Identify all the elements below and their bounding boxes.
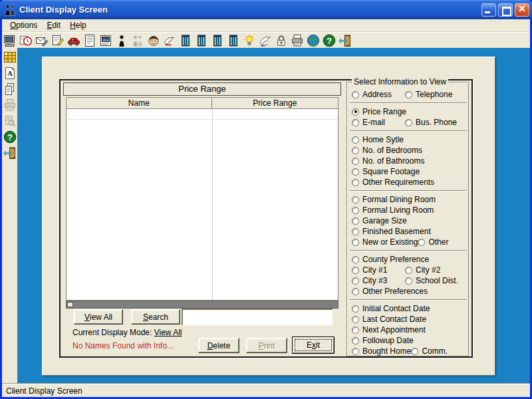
- hand-note-icon[interactable]: [163, 34, 176, 47]
- clients-icon[interactable]: [3, 3, 17, 17]
- radio-comm[interactable]: Comm.: [411, 346, 448, 356]
- lightbulb-icon[interactable]: [243, 34, 256, 47]
- radio-label: No. of Bedrooms: [362, 146, 422, 155]
- exit-icon[interactable]: [338, 34, 352, 47]
- radio-row: Price Range: [352, 106, 466, 117]
- status-bar: Client Display Screen: [2, 384, 530, 397]
- radio-label: Bus. Phone: [416, 118, 457, 127]
- radio-city-1[interactable]: City #1: [352, 265, 405, 275]
- radio-row: Home Sytle: [352, 134, 466, 145]
- maximize-button[interactable]: [498, 3, 513, 17]
- radio-home-sytle[interactable]: Home Sytle: [352, 135, 405, 144]
- view-all-button[interactable]: View All: [74, 309, 123, 325]
- window-title: Client Display Screen: [19, 5, 479, 15]
- dove-icon[interactable]: [259, 34, 272, 47]
- radio-square-footage[interactable]: Square Footage: [352, 167, 420, 176]
- radio-initial-contact-date[interactable]: Initial Contact Date: [352, 304, 430, 313]
- minimize-button[interactable]: [481, 3, 496, 17]
- radio-bought-home[interactable]: Bought Home: [352, 346, 411, 356]
- radio-label: City #2: [416, 265, 440, 275]
- radio-last-contact-date[interactable]: Last Contact Date: [352, 315, 426, 324]
- column-divider: [212, 109, 213, 300]
- door-icon[interactable]: [179, 34, 192, 47]
- copy-icon[interactable]: [3, 82, 17, 96]
- radio-button-icon: [352, 305, 359, 313]
- radio-formal-dining-room[interactable]: Formal Dining Room: [352, 195, 436, 204]
- radio-label: Finished Basement: [362, 227, 431, 236]
- document-icon[interactable]: [83, 34, 96, 47]
- radio-address[interactable]: Address: [352, 90, 405, 99]
- table-body[interactable]: [66, 109, 338, 300]
- face-icon[interactable]: [147, 34, 160, 47]
- person-icon[interactable]: [115, 34, 128, 47]
- radio-followup-date[interactable]: Followup Date: [352, 336, 414, 345]
- notes-icon[interactable]: [51, 34, 65, 47]
- people-icon: [131, 34, 144, 47]
- menu-item-options[interactable]: Options: [5, 20, 42, 31]
- radio-telephone[interactable]: Telephone: [405, 90, 452, 99]
- radio-row: Garage Size: [352, 215, 466, 226]
- search-input[interactable]: [182, 309, 333, 326]
- radio-garage-size[interactable]: Garage Size: [352, 216, 407, 225]
- car-icon[interactable]: [67, 34, 80, 47]
- radio-label: Bought Home: [362, 346, 411, 356]
- radio-other-preferences[interactable]: Other Preferences: [352, 287, 428, 296]
- exit-icon[interactable]: [3, 146, 17, 160]
- toolbar: ?: [2, 32, 530, 48]
- radio-label: Other Preferences: [362, 287, 428, 296]
- svg-text:A: A: [7, 69, 13, 77]
- radio-next-appointment[interactable]: Next Appointment: [352, 325, 426, 334]
- close-button[interactable]: [515, 3, 529, 17]
- radio-other-requirements[interactable]: Other Requirements: [352, 178, 434, 187]
- radio-button-icon: [352, 207, 359, 214]
- radio-label: Garage Size: [362, 216, 407, 225]
- radio-button-icon: [405, 91, 412, 98]
- menu-item-help[interactable]: Help: [65, 20, 91, 31]
- door-icon[interactable]: [195, 34, 208, 47]
- radio-e-mail[interactable]: E-mail: [352, 118, 405, 127]
- globe-icon[interactable]: [307, 34, 320, 47]
- printer-icon[interactable]: [291, 34, 304, 47]
- print-preview-icon-disabled: [3, 114, 17, 128]
- radio-price-range[interactable]: Price Range: [352, 107, 406, 116]
- horizontal-scrollbar[interactable]: [66, 301, 338, 309]
- help-icon[interactable]: ?: [323, 34, 336, 47]
- radio-label: Last Contact Date: [362, 315, 426, 324]
- menu-item-edit[interactable]: Edit: [42, 20, 65, 31]
- grid-icon[interactable]: [3, 51, 17, 64]
- search-button[interactable]: Search: [131, 309, 180, 325]
- radio-formal-living-room[interactable]: Formal Living Room: [352, 205, 434, 215]
- radio-button-icon: [352, 337, 359, 344]
- exit-button[interactable]: Exit: [292, 336, 334, 354]
- radio-no-of-bedrooms[interactable]: No. of Bedrooms: [352, 146, 422, 155]
- left-toolbar: A?: [2, 48, 17, 384]
- clock-icon[interactable]: [19, 34, 33, 47]
- radio-label: Square Footage: [362, 167, 420, 176]
- help-icon[interactable]: ?: [3, 130, 17, 144]
- delete-button[interactable]: Delete: [198, 338, 239, 353]
- radio-school-dist[interactable]: School Dist.: [405, 276, 458, 285]
- radio-no-of-bathrooms[interactable]: No. of Bathrooms: [352, 156, 424, 166]
- radio-button-icon: [405, 277, 412, 285]
- door-icon[interactable]: [211, 34, 224, 47]
- font-icon[interactable]: A: [3, 66, 17, 80]
- display-mode-text: Current Display Mode: View All: [72, 328, 182, 337]
- door-icon[interactable]: [227, 34, 240, 47]
- radio-row: Finished Basement: [352, 226, 466, 237]
- radio-county-preference[interactable]: County Preference: [352, 255, 429, 264]
- radio-city-2[interactable]: City #2: [405, 265, 440, 275]
- photo-document-icon[interactable]: [99, 34, 112, 47]
- client-display-panel: Price Range Name Price Range View All Se…: [59, 79, 473, 358]
- radio-city-3[interactable]: City #3: [352, 276, 405, 285]
- radio-bus-phone[interactable]: Bus. Phone: [405, 118, 457, 127]
- mail-icon[interactable]: [35, 34, 49, 47]
- radio-new-or-existing[interactable]: New or Existing: [352, 237, 418, 247]
- radio-label: Price Range: [362, 107, 406, 116]
- radio-other[interactable]: Other: [418, 237, 448, 247]
- group-divider: [350, 130, 467, 132]
- radio-button-icon: [418, 239, 425, 246]
- radio-finished-basement[interactable]: Finished Basement: [352, 227, 431, 236]
- scrollbar-thumb[interactable]: [67, 302, 73, 307]
- lock-icon[interactable]: [275, 34, 288, 47]
- computer-icon[interactable]: [3, 34, 17, 47]
